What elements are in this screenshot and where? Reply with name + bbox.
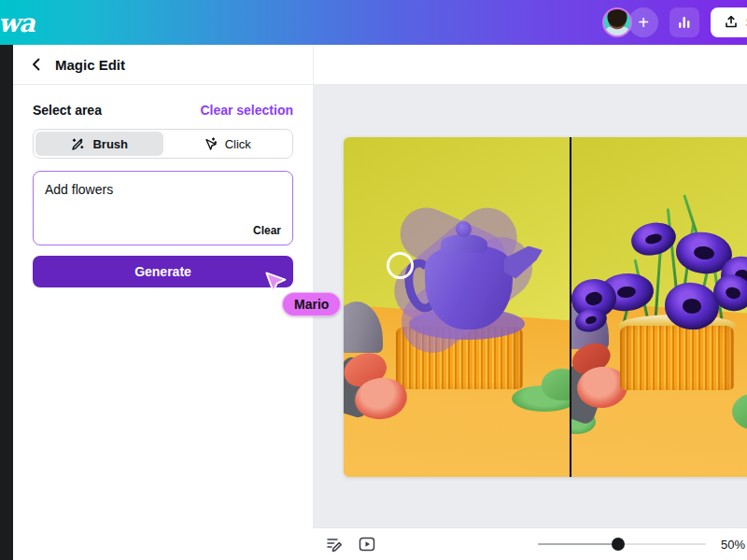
panel-body: Select area Clear selection Brush — [13, 103, 313, 287]
bottom-bar-left — [324, 534, 377, 554]
generate-button[interactable]: Generate — [33, 256, 293, 287]
add-member-button[interactable]: + — [628, 7, 658, 37]
panel-title: Magic Edit — [55, 57, 125, 73]
collapsed-object-rail[interactable] — [0, 45, 13, 560]
zoom-percent-label: 50% — [721, 538, 745, 552]
avatar[interactable] — [602, 7, 632, 37]
teapot-knob — [456, 221, 472, 237]
back-button[interactable] — [30, 58, 43, 71]
clear-selection-link[interactable]: Clear selection — [200, 103, 293, 118]
collaborator-pointer-icon — [264, 271, 289, 295]
prompt-text: Add flowers — [45, 182, 113, 197]
green-bowl — [542, 369, 570, 400]
image-after-pane — [571, 137, 747, 477]
panel-header: Magic Edit — [13, 45, 313, 85]
bar-chart-icon — [676, 14, 693, 31]
selection-mode-toggle: Brush Click — [33, 129, 293, 159]
select-area-row: Select area Clear selection — [33, 103, 293, 118]
share-button[interactable]: Share — [711, 7, 747, 37]
zoom-slider[interactable] — [538, 538, 706, 551]
magic-click-icon — [203, 136, 218, 151]
select-area-label: Select area — [33, 103, 102, 118]
upload-icon — [724, 15, 739, 30]
present-button[interactable] — [357, 534, 377, 554]
brush-mode-button[interactable]: Brush — [35, 132, 163, 156]
top-bar: wa + Share — [0, 0, 747, 45]
bottom-bar: 50% — [313, 527, 747, 560]
flower-vase — [620, 326, 734, 390]
prompt-input[interactable]: Add flowers Clear — [33, 171, 293, 245]
insights-button[interactable] — [669, 7, 699, 37]
collaborator-cursor: Mario — [264, 271, 289, 295]
canva-logo[interactable]: wa — [0, 8, 35, 37]
notes-pencil-icon — [325, 535, 344, 553]
click-mode-button[interactable]: Click — [163, 132, 291, 156]
topbar-actions: + Share — [602, 7, 747, 37]
magic-edit-panel: Magic Edit Select area Clear selection B… — [13, 45, 313, 560]
click-mode-label: Click — [225, 137, 251, 151]
teapot-lid — [441, 234, 487, 253]
magic-brush-icon — [70, 136, 85, 151]
design-image[interactable] — [344, 137, 747, 477]
zoom-slider-fill — [538, 543, 618, 545]
canvas-area[interactable] — [313, 85, 747, 527]
prompt-clear-button[interactable]: Clear — [253, 224, 281, 237]
canvas-top-strip — [313, 45, 747, 85]
collaborator-name-badge: Mario — [282, 292, 341, 316]
zoom-slider-handle[interactable] — [612, 538, 625, 551]
brush-mode-label: Brush — [92, 137, 128, 151]
plus-icon: + — [638, 12, 649, 34]
bottom-bar-right: 50% — [538, 538, 747, 552]
brush-cursor — [387, 252, 414, 279]
notes-button[interactable] — [324, 534, 345, 554]
play-icon — [358, 535, 376, 553]
image-before-pane — [344, 137, 570, 477]
